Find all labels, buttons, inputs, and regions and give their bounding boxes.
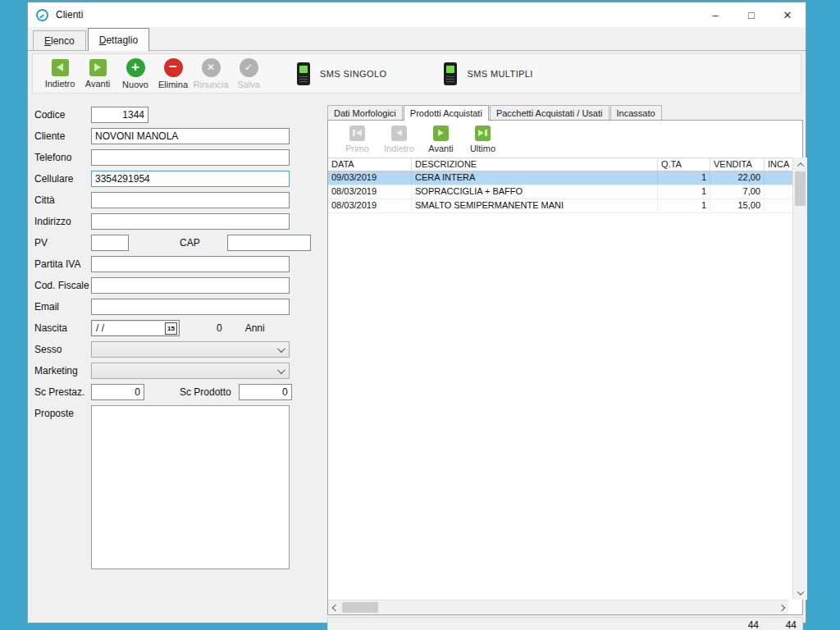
age-value: 0	[217, 322, 222, 334]
marketing-label: Marketing	[34, 365, 91, 377]
pv-input[interactable]	[91, 235, 129, 251]
horizontal-scroll-thumb[interactable]	[342, 602, 378, 613]
citta-label: Città	[34, 194, 91, 206]
minimize-button[interactable]: –	[697, 2, 733, 27]
app-icon	[36, 9, 48, 21]
tab-elenco[interactable]: Elenco	[33, 30, 86, 50]
titlebar: Clienti – □ ✕	[28, 2, 806, 27]
nascita-date-input[interactable]: / / 15	[91, 320, 180, 336]
next-record-icon	[433, 126, 449, 141]
record-total: 44	[765, 619, 802, 630]
indietro-record-button[interactable]: Indietro	[378, 126, 420, 153]
nuovo-button[interactable]: + Nuovo	[116, 58, 154, 89]
cell-qta: 1	[658, 199, 710, 212]
email-label: Email	[34, 301, 91, 313]
check-circle-icon: ✓	[240, 58, 258, 77]
age-label: Anni	[245, 322, 265, 334]
close-icon: ✕	[783, 9, 792, 21]
partita-iva-input[interactable]	[91, 256, 290, 272]
sms-multipli-button[interactable]: SMS MULTIPLI	[444, 62, 532, 85]
proposte-label: Proposte	[34, 408, 91, 419]
record-navigator: Primo Indietro Avanti Ultimo	[328, 121, 802, 158]
chevron-down-icon	[277, 345, 285, 353]
tab-dati-morfologici[interactable]: Dati Morfologici	[327, 105, 403, 120]
pv-label: PV	[34, 237, 91, 249]
cod-fiscale-input[interactable]	[91, 277, 290, 294]
scroll-down-icon[interactable]	[793, 586, 807, 600]
column-header-vendita[interactable]: VENDITA	[710, 158, 765, 171]
citta-input[interactable]	[91, 192, 290, 208]
sc-prodotto-input[interactable]	[239, 384, 292, 400]
column-header-descrizione[interactable]: DESCRIZIONE	[412, 158, 658, 171]
vertical-scroll-thumb[interactable]	[795, 171, 806, 206]
salva-button[interactable]: ✓ Salva	[230, 58, 267, 89]
window-title: Clienti	[56, 9, 83, 21]
cliente-input[interactable]	[91, 128, 290, 144]
detail-panel: Dati Morfologici Prodotti Acquistati Pac…	[327, 104, 803, 630]
detail-tab-strip: Dati Morfologici Prodotti Acquistati Pac…	[327, 104, 803, 120]
cell-qta: 1	[658, 171, 710, 185]
cellulare-label: Cellulare	[34, 173, 91, 185]
column-header-data[interactable]: DATA	[328, 158, 412, 171]
primo-button[interactable]: Primo	[336, 126, 378, 153]
products-grid-panel: Primo Indietro Avanti Ultimo	[327, 120, 803, 615]
cell-incassato	[765, 199, 792, 212]
codice-label: Codice	[34, 109, 91, 121]
codice-input[interactable]	[91, 107, 148, 123]
arrow-left-icon	[52, 59, 69, 76]
table-row[interactable]: 08/03/2019 SMALTO SEMIPERMANENTE MANI 1 …	[328, 199, 792, 213]
vertical-scrollbar[interactable]	[792, 158, 807, 600]
horizontal-scrollbar[interactable]	[328, 600, 788, 614]
sms-singolo-button[interactable]: SMS SINGOLO	[297, 62, 386, 85]
telefono-input[interactable]	[91, 149, 290, 166]
indirizzo-input[interactable]	[91, 213, 290, 230]
ultimo-button[interactable]: Ultimo	[462, 126, 504, 153]
nascita-label: Nascita	[34, 322, 91, 334]
tab-pacchetti-acquistati-usati[interactable]: Pacchetti Acquistati / Usati	[490, 105, 609, 120]
sc-prestaz-input[interactable]	[91, 384, 144, 400]
table-row[interactable]: 09/03/2019 CERA INTERA 1 22,00	[328, 171, 792, 185]
client-form: Codice Cliente Telefono Cellulare Città …	[34, 107, 323, 574]
scroll-left-icon[interactable]	[328, 600, 342, 614]
close-button[interactable]: ✕	[769, 2, 806, 27]
cliente-label: Cliente	[34, 130, 91, 142]
cell-data: 08/03/2019	[328, 199, 412, 212]
nascita-date-value: / /	[96, 322, 165, 334]
prev-record-icon	[391, 126, 407, 141]
scroll-right-icon[interactable]	[774, 600, 788, 614]
tab-incassato[interactable]: Incassato	[610, 105, 662, 120]
cell-descrizione: SMALTO SEMIPERMANENTE MANI	[412, 199, 658, 212]
sc-prestaz-label: Sc Prestaz.	[34, 386, 91, 398]
column-header-incassato[interactable]: INCA	[765, 158, 792, 171]
arrow-right-icon	[89, 59, 107, 76]
calendar-icon[interactable]: 15	[165, 322, 177, 335]
minimize-icon: –	[712, 9, 718, 21]
cell-incassato	[765, 185, 792, 199]
marketing-select[interactable]	[91, 363, 290, 379]
tab-dettaglio[interactable]: Dettaglio	[88, 28, 149, 51]
cell-descrizione: SOPRACCIGLIA + BAFFO	[412, 185, 658, 199]
maximize-button[interactable]: □	[733, 2, 769, 27]
table-row[interactable]: 08/03/2019 SOPRACCIGLIA + BAFFO 1 7,00	[328, 185, 792, 199]
indietro-button[interactable]: Indietro	[41, 59, 79, 89]
proposte-textarea[interactable]	[91, 405, 290, 569]
x-circle-icon: ✕	[202, 58, 221, 77]
avanti-button[interactable]: Avanti	[79, 59, 116, 89]
minus-circle-icon: −	[164, 58, 183, 77]
first-record-icon	[349, 126, 365, 141]
column-header-qta[interactable]: Q.TA	[658, 158, 710, 171]
avanti-record-button[interactable]: Avanti	[420, 126, 462, 153]
sc-prodotto-label: Sc Prodotto	[180, 386, 231, 398]
cellulare-input[interactable]	[91, 171, 290, 187]
last-record-icon	[475, 126, 491, 141]
scroll-up-icon[interactable]	[793, 158, 807, 171]
rinuncia-button[interactable]: ✕ Rinuncia	[192, 58, 230, 89]
tab-prodotti-acquistati[interactable]: Prodotti Acquistati	[404, 105, 489, 121]
cap-input[interactable]	[227, 235, 311, 251]
sesso-select[interactable]	[91, 341, 290, 358]
indirizzo-label: Indirizzo	[34, 216, 91, 227]
email-input[interactable]	[91, 299, 290, 315]
cell-vendita: 7,00	[710, 185, 765, 199]
elimina-button[interactable]: − Elimina	[154, 58, 192, 89]
sesso-label: Sesso	[34, 344, 91, 355]
